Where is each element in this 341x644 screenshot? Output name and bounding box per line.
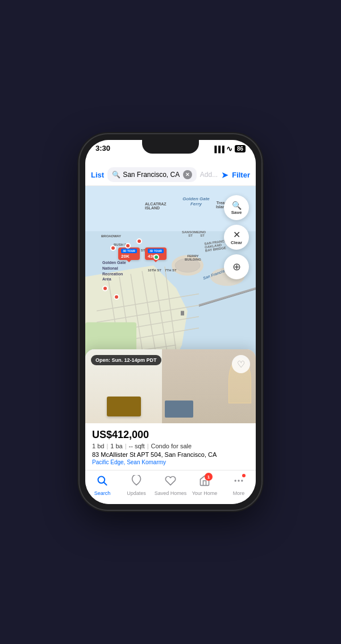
save-icon: 🔍 bbox=[232, 201, 242, 210]
notch bbox=[142, 140, 199, 154]
property-price: US$412,000 bbox=[92, 429, 249, 441]
property-agent: Pacific Edge, Sean Komarmy bbox=[92, 459, 249, 465]
property-dot-3[interactable] bbox=[110, 245, 116, 251]
phone-shell: 3:30 ▐▐▐ ∿ 86 List 🔍 San Francisco, CA ✕… bbox=[80, 134, 261, 510]
layers-button[interactable]: ⊕ bbox=[224, 254, 249, 279]
more-tab-icon bbox=[233, 475, 244, 489]
clear-button[interactable]: ✕ Clear bbox=[224, 225, 249, 250]
tab-updates[interactable]: Updates bbox=[119, 475, 153, 496]
add-filter-text: Add... bbox=[200, 171, 218, 179]
save-label: Save bbox=[231, 210, 242, 215]
filter-button[interactable]: Filter bbox=[232, 171, 250, 179]
search-bar: List 🔍 San Francisco, CA ✕ Add... ➤ Filt… bbox=[85, 164, 256, 186]
property-address: 83 McAllister St APT 504, San Francisco,… bbox=[92, 451, 249, 458]
your-home-tab-icon: 1 bbox=[199, 475, 210, 489]
property-type: Condo for sale bbox=[151, 443, 192, 449]
save-button[interactable]: 🔍 Save bbox=[224, 195, 249, 220]
tab-more[interactable]: More bbox=[222, 475, 256, 496]
phone-screen: 3:30 ▐▐▐ ∿ 86 List 🔍 San Francisco, CA ✕… bbox=[85, 140, 256, 504]
tab-bar: Search Updates Saved Homes 1 Your Hom bbox=[85, 470, 256, 504]
list-button[interactable]: List bbox=[91, 171, 104, 179]
3d-tour-badge-2: 3D TOUR bbox=[148, 249, 164, 253]
property-dot-5[interactable] bbox=[114, 294, 119, 300]
favorite-button[interactable]: ♡ bbox=[232, 355, 250, 373]
location-button[interactable]: ➤ bbox=[221, 170, 228, 180]
price-tag-1[interactable]: 3D TOUR 20K bbox=[118, 247, 140, 260]
status-bar: 3:30 ▐▐▐ ∿ 86 bbox=[85, 140, 256, 164]
svg-point-22 bbox=[235, 480, 236, 481]
svg-point-23 bbox=[238, 480, 239, 481]
more-notification-dot bbox=[242, 474, 246, 477]
property-dot-green[interactable] bbox=[153, 254, 159, 260]
clear-search-button[interactable]: ✕ bbox=[183, 170, 192, 179]
status-icons: ▐▐▐ ∿ 86 bbox=[212, 145, 246, 153]
battery-indicator: 86 bbox=[235, 145, 246, 152]
saved-tab-label: Saved Homes bbox=[155, 490, 187, 496]
layers-icon: ⊕ bbox=[232, 261, 241, 273]
updates-tab-label: Updates bbox=[127, 490, 146, 496]
clear-x-icon: ✕ bbox=[233, 229, 240, 240]
baths-text: 1 ba bbox=[110, 443, 122, 449]
svg-line-21 bbox=[104, 482, 107, 485]
search-icon: 🔍 bbox=[112, 171, 120, 179]
property-dot-1[interactable] bbox=[125, 243, 131, 249]
svg-point-24 bbox=[241, 480, 243, 481]
svg-rect-19 bbox=[181, 311, 184, 316]
open-house-badge: Open: Sun. 12-14pm PDT bbox=[91, 355, 161, 365]
table bbox=[107, 397, 141, 416]
property-dot-2[interactable] bbox=[136, 238, 142, 244]
sofa bbox=[165, 401, 193, 418]
map-area[interactable]: ALCATRAZISLAND Golden Gate Ferry Treas.I… bbox=[85, 186, 256, 470]
saved-tab-icon bbox=[165, 475, 176, 489]
property-dot-4[interactable] bbox=[102, 286, 108, 291]
updates-tab-icon bbox=[131, 475, 142, 489]
property-details: 1 bd | 1 ba | -- sqft | Condo for sale bbox=[92, 443, 249, 449]
your-home-tab-label: Your Home bbox=[192, 490, 218, 496]
tab-search[interactable]: Search bbox=[85, 475, 119, 496]
svg-point-15 bbox=[175, 259, 200, 273]
status-time: 3:30 bbox=[95, 145, 110, 152]
more-tab-label: More bbox=[233, 490, 245, 496]
your-home-badge: 1 bbox=[205, 473, 213, 481]
clear-label: Clear bbox=[231, 240, 242, 245]
tab-saved[interactable]: Saved Homes bbox=[153, 475, 188, 496]
search-tab-label: Search bbox=[94, 490, 111, 496]
tab-your-home[interactable]: 1 Your Home bbox=[188, 475, 222, 496]
beds-text: 1 bd bbox=[92, 443, 104, 449]
card-info: US$412,000 1 bd | 1 ba | -- sqft | Condo… bbox=[85, 423, 256, 470]
property-card: Open: Sun. 12-14pm PDT ♡ US$412,000 1 bd… bbox=[85, 349, 256, 470]
search-location-text: San Francisco, CA bbox=[123, 171, 181, 179]
search-tab-icon bbox=[97, 475, 108, 489]
search-field[interactable]: 🔍 San Francisco, CA ✕ bbox=[107, 167, 197, 182]
3d-tour-badge-1: 3D TOUR bbox=[121, 249, 137, 253]
property-image: Open: Sun. 12-14pm PDT ♡ bbox=[85, 349, 256, 423]
wifi-icon: ∿ bbox=[226, 145, 232, 153]
signal-icon: ▐▐▐ bbox=[212, 146, 223, 152]
sqft-text: -- sqft bbox=[129, 443, 145, 449]
